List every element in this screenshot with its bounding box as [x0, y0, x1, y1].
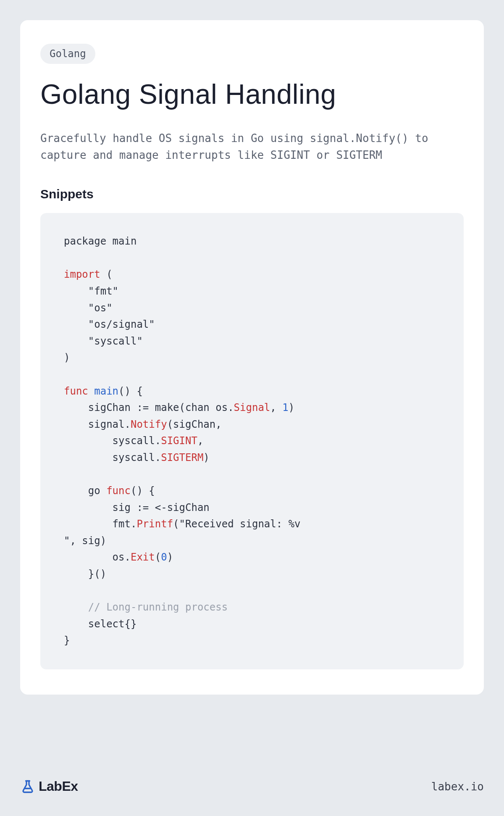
code-comment: // Long-running process — [64, 601, 228, 613]
snippets-heading: Snippets — [40, 187, 464, 201]
code-token: main — [88, 385, 118, 397]
content-card: Golang Golang Signal Handling Gracefully… — [20, 20, 484, 695]
code-token: (sigChan, — [167, 419, 222, 430]
code-token: , — [270, 402, 282, 413]
code-line: sig := <-sigChan — [64, 502, 210, 513]
code-line: "fmt" — [64, 285, 118, 297]
code-token: SIGINT — [161, 435, 197, 447]
code-token: os. — [64, 551, 131, 563]
code-token: () { — [118, 385, 143, 397]
code-token: Exit — [131, 551, 155, 563]
code-token: ) — [289, 402, 294, 413]
page-footer: LabEx labex.io — [20, 779, 484, 794]
page-description: Gracefully handle OS signals in Go using… — [40, 130, 464, 164]
code-token: syscall. — [64, 452, 161, 463]
code-token: , — [197, 435, 203, 447]
code-line: package main — [64, 235, 136, 247]
code-token: SIGTERM — [161, 452, 203, 463]
code-token: ( — [155, 551, 161, 563]
code-line: }() — [64, 568, 106, 580]
code-line: } — [64, 634, 70, 646]
code-token: ) — [203, 452, 209, 463]
code-token: 1 — [282, 402, 288, 413]
code-line: "syscall" — [64, 335, 143, 347]
code-token: func — [106, 485, 131, 497]
code-token: sigChan := make(chan os. — [64, 402, 234, 413]
code-token: ) — [167, 551, 173, 563]
code-token: func — [64, 385, 88, 397]
code-token: signal. — [64, 419, 131, 430]
code-token: Printf — [136, 518, 173, 530]
code-token: go — [64, 485, 106, 497]
site-url[interactable]: labex.io — [431, 780, 484, 793]
code-token: Notify — [131, 419, 167, 430]
code-token: () { — [131, 485, 155, 497]
language-tag[interactable]: Golang — [40, 44, 95, 64]
code-line: "os/signal" — [64, 319, 155, 330]
brand-logo[interactable]: LabEx — [20, 779, 78, 794]
code-snippet[interactable]: package main import ( "fmt" "os" "os/sig… — [40, 213, 464, 669]
page-title: Golang Signal Handling — [40, 79, 464, 110]
code-token: fmt. — [64, 518, 136, 530]
code-line: select{} — [64, 618, 136, 630]
code-token: Signal — [234, 402, 270, 413]
code-token: import — [64, 268, 100, 280]
brand-name: LabEx — [39, 779, 78, 794]
code-token: ( — [100, 268, 113, 280]
code-token: syscall. — [64, 435, 161, 447]
flask-icon — [20, 779, 35, 794]
code-line: "os" — [64, 302, 113, 314]
code-token: 0 — [161, 551, 167, 563]
code-line: ) — [64, 352, 70, 363]
